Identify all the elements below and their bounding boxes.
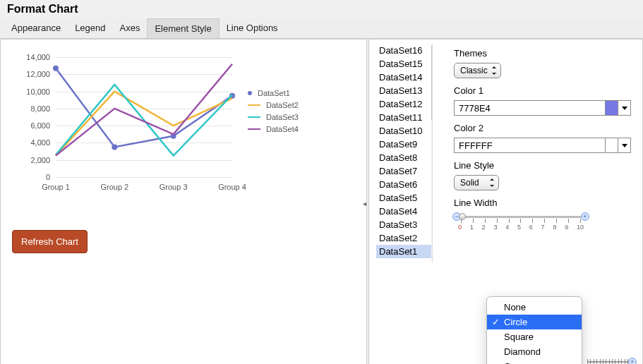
chart-legend: DataSet1DataSet2DataSet3DataSet4 [248,85,299,137]
marker-style-popup: NoneCircleSquareDiamondCrossTriangle Dow… [486,296,582,364]
dataset-item[interactable]: DataSet7 [376,164,432,178]
tab-axes[interactable]: Axes [113,18,148,38]
legend-item: DataSet1 [248,89,299,97]
dataset-item[interactable]: DataSet6 [376,178,432,191]
color2-swatch [606,138,618,153]
tab-line-options[interactable]: Line Options [220,18,285,38]
tab-bar: AppearanceLegendAxesElement StyleLine Op… [0,18,643,38]
y-tick-label: 12,000 [15,70,50,78]
legend-item: DataSet2 [248,101,299,109]
dataset-item[interactable]: DataSet11 [376,111,432,124]
x-tick-label: Group 2 [92,183,136,191]
chart: 02,0004,0006,0008,00010,00012,00014,000 … [15,50,332,191]
marker-option-cross[interactable]: Cross [487,359,582,364]
themes-select[interactable]: Classic [454,63,501,78]
y-tick-label: 10,000 [15,87,50,96]
tab-legend[interactable]: Legend [68,18,112,38]
legend-item: DataSet3 [248,113,299,121]
linewidth-slider[interactable]: − 012345678910 + [454,212,588,241]
refresh-chart-button[interactable]: Refresh Chart [12,230,88,253]
page-title: Format Chart [0,0,643,18]
color2-input[interactable] [454,138,606,153]
svg-point-1 [112,145,117,150]
legend-item: DataSet4 [248,125,299,133]
y-tick-label: 2,000 [15,156,50,164]
dataset-item[interactable]: DataSet12 [376,97,432,111]
svg-point-0 [53,66,59,71]
linestyle-label: Line Style [454,160,631,171]
scrollbar-thumb[interactable] [431,44,433,121]
color2-label: Color 2 [454,123,631,133]
panel-resize-handle[interactable] [364,195,368,212]
tab-element-style[interactable]: Element Style [147,18,219,38]
secondary-slider[interactable]: + [583,357,632,364]
y-tick-label: 14,000 [15,53,50,61]
dataset-item[interactable]: DataSet16 [376,44,432,57]
chart-preview-panel: 02,0004,0006,0008,00010,00012,00014,000 … [0,39,367,364]
dataset-item[interactable]: DataSet4 [376,205,432,218]
slider-increment-icon[interactable]: + [628,358,637,364]
linewidth-label: Line Width [454,198,631,208]
color2-dropdown[interactable] [618,138,631,153]
dataset-item[interactable]: DataSet13 [376,84,432,97]
color1-swatch [606,100,618,116]
x-tick-label: Group 4 [210,183,254,191]
tab-appearance[interactable]: Appearance [4,18,68,38]
linestyle-select[interactable]: Solid [454,175,499,190]
y-tick-label: 6,000 [15,121,50,130]
dataset-scrollbar[interactable] [431,44,433,262]
dataset-item[interactable]: DataSet2 [376,231,432,245]
marker-option-square[interactable]: Square [487,329,582,344]
marker-option-none[interactable]: None [487,300,582,315]
y-tick-label: 4,000 [15,138,50,147]
slider-thumb[interactable] [459,213,466,220]
dataset-item[interactable]: DataSet1 [376,245,432,258]
x-tick-label: Group 1 [34,183,78,191]
slider-increment-icon[interactable]: + [581,212,589,221]
dataset-list[interactable]: DataSet16DataSet15DataSet14DataSet13Data… [376,44,433,262]
dataset-item[interactable]: DataSet8 [376,151,432,164]
y-tick-label: 8,000 [15,104,50,113]
color1-label: Color 1 [454,85,631,96]
themes-label: Themes [454,48,631,59]
color1-input[interactable] [454,100,606,116]
dataset-item[interactable]: DataSet5 [376,191,432,205]
dataset-item[interactable]: DataSet9 [376,138,432,151]
marker-option-diamond[interactable]: Diamond [487,344,582,359]
marker-option-circle[interactable]: Circle [487,315,582,329]
dataset-item[interactable]: DataSet15 [376,57,432,71]
plot-area [56,57,232,177]
element-style-panel: DataSet16DataSet15DataSet14DataSet13Data… [368,39,643,364]
x-tick-label: Group 3 [152,183,196,191]
dataset-item[interactable]: DataSet14 [376,71,432,84]
color1-dropdown[interactable] [618,100,631,116]
dataset-item[interactable]: DataSet3 [376,218,432,231]
y-tick-label: 0 [15,173,50,181]
dataset-item[interactable]: DataSet10 [376,124,432,138]
